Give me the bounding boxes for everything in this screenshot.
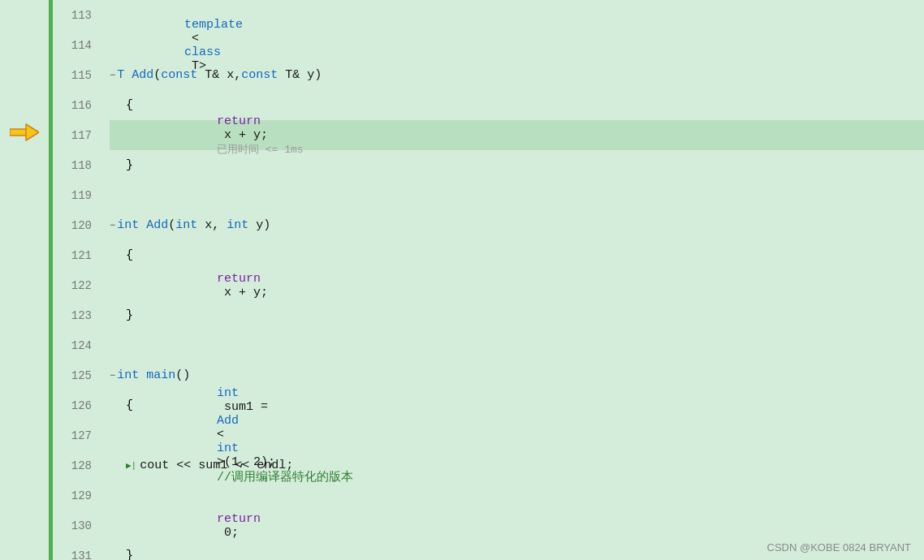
code-text: T& y) [278,68,322,82]
svg-marker-1 [26,124,39,140]
code-text: 0; [217,526,239,540]
line-num-118: 118 [53,150,92,180]
line-num-123: 123 [53,300,92,330]
line-num-115: 115 [53,60,92,90]
line-125-arrow [0,354,49,383]
line-num-124: 124 [53,330,92,360]
code-text [124,68,132,82]
code-line-130: return 0; [110,510,924,541]
code-text: ( [168,218,175,232]
line-num-127: 127 [53,420,92,450]
keyword-int-120: int [117,218,139,232]
code-line-117: return x + y; 已用时间 <= 1ms [110,120,924,150]
code-text: < [217,428,224,442]
line-121-arrow [0,236,49,265]
comment-127: //调用编译器特化的版本 [217,471,353,485]
code-text [139,218,146,232]
arrow-gutter [0,0,49,560]
code-line-127: int sum1 = Add < int >(1, 2); //调用编译器特化的… [110,420,924,450]
line-117-arrow [0,118,49,147]
fn-add-120: Add [146,218,168,232]
line-116-arrow [0,88,49,118]
line-127-arrow [0,412,49,442]
code-text: cout << sum1 << endl; [140,459,293,472]
code-line-114: template < class T> [110,30,924,60]
code-line-124 [110,330,924,360]
keyword-const-1: const [161,68,197,82]
code-indent-117: return x + y; 已用时间 <= 1ms [110,101,304,170]
line-122-arrow [0,265,49,295]
code-text: x + y; [217,128,283,142]
code-text: x + y; [217,286,268,299]
editor-container: 113 114 115 116 117 118 119 120 121 122 … [0,0,924,560]
brace-close-131: } [110,549,133,560]
line-126-arrow [0,383,49,412]
line-123-arrow [0,295,49,324]
timing-comment-117: 已用时间 <= 1ms [217,144,304,156]
line-numbers-gutter: 113 114 115 116 117 118 119 120 121 122 … [53,0,101,560]
line-114-arrow [0,29,49,58]
keyword-return-122: return [217,272,261,286]
fn-add-115: Add [132,68,153,82]
keyword-return-130: return [217,512,261,526]
code-text: y) [248,218,270,232]
line-129-arrow [0,472,49,501]
brace-close-118: } [110,158,133,172]
line-num-120: 120 [53,210,92,240]
line-num-113: 113 [53,0,92,30]
code-line-120: − int Add ( int x, int y) [110,210,924,240]
play-triangle-icon: ▶| [110,460,136,471]
template-int-127: int [217,442,239,455]
line-num-128: 128 [53,450,92,480]
code-line-119 [110,180,924,210]
line-num-131: 131 [53,541,92,560]
code-area: template < class T> − T Add ( const T& x… [101,0,924,560]
param-int-y: int [227,218,248,232]
code-text: x, [197,218,227,232]
line-128-arrow [0,442,49,472]
fold-button-115[interactable]: − [110,70,115,81]
keyword-template: template [184,18,243,32]
line-113-arrow [0,0,49,29]
line-120-arrow [0,206,49,235]
code-indent-122: return x + y; [110,258,268,313]
code-text: < [184,32,199,45]
line-num-121: 121 [53,240,92,270]
code-text: ( [153,68,161,82]
code-indent-127: int sum1 = Add < int >(1, 2); //调用编译器特化的… [110,373,353,498]
fold-button-120[interactable]: − [110,220,115,231]
line-num-114: 114 [53,30,92,60]
code-line-122: return x + y; [110,270,924,300]
line-num-119: 119 [53,180,92,210]
line-131-arrow [0,531,49,560]
line-119-arrow [0,177,49,206]
line-115-arrow [0,59,49,88]
keyword-int-127: int [217,386,239,400]
line-num-122: 122 [53,270,92,300]
keyword-const-2: const [241,68,278,82]
line-num-129: 129 [53,480,92,510]
code-text: sum1 = [217,400,275,414]
fn-add-call: Add [217,414,239,428]
keyword-return-117: return [217,114,261,128]
watermark: CSDN @KOBE 0824 BRYANT [767,541,911,554]
line-124-arrow [0,324,49,353]
type-T-115: T [117,68,124,82]
line-num-126: 126 [53,390,92,420]
line-num-116: 116 [53,90,92,120]
code-indent-130: return 0; [110,498,261,554]
current-line-arrow-icon [10,123,39,142]
svg-rect-0 [10,129,28,136]
line-num-130: 130 [53,510,92,541]
line-num-125: 125 [53,360,92,390]
line-num-117: 117 [53,120,92,150]
line-130-arrow [0,501,49,530]
param-int-x: int [175,218,197,232]
brace-close-123: } [110,308,133,322]
line-118-arrow [0,148,49,177]
keyword-class: class [184,45,221,59]
code-text: T& x, [197,68,241,82]
